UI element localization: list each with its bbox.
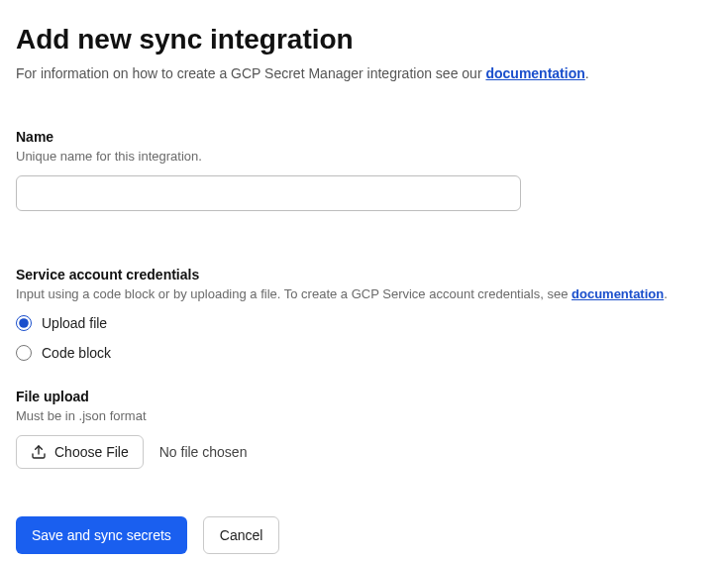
- credentials-radio-group: Upload file Code block: [16, 315, 712, 361]
- file-upload-section: File upload Must be in .json format Choo…: [16, 389, 712, 469]
- choose-file-label: Choose File: [54, 444, 129, 460]
- file-status: No file chosen: [159, 444, 248, 460]
- name-input[interactable]: [16, 175, 521, 211]
- credentials-doc-link[interactable]: documentation: [572, 286, 664, 301]
- radio-upload-file[interactable]: [16, 315, 32, 331]
- credentials-hint-suffix: .: [664, 286, 668, 301]
- subtitle-suffix: .: [585, 65, 589, 81]
- page-title: Add new sync integration: [16, 24, 712, 56]
- page-subtitle: For information on how to create a GCP S…: [16, 65, 712, 81]
- upload-icon: [31, 444, 47, 460]
- file-upload-hint: Must be in .json format: [16, 408, 712, 423]
- choose-file-button[interactable]: Choose File: [16, 435, 144, 469]
- cancel-button[interactable]: Cancel: [203, 516, 280, 554]
- credentials-label: Service account credentials: [16, 267, 712, 282]
- name-section: Name Unique name for this integration.: [16, 129, 712, 243]
- name-label: Name: [16, 129, 712, 145]
- credentials-hint-text: Input using a code block or by uploading…: [16, 286, 572, 301]
- documentation-link[interactable]: documentation: [485, 65, 584, 81]
- file-upload-label: File upload: [16, 389, 712, 404]
- radio-upload-label[interactable]: Upload file: [42, 315, 107, 331]
- subtitle-text: For information on how to create a GCP S…: [16, 65, 485, 81]
- radio-row-upload: Upload file: [16, 315, 712, 331]
- credentials-hint: Input using a code block or by uploading…: [16, 286, 712, 301]
- name-hint: Unique name for this integration.: [16, 149, 712, 164]
- button-row: Save and sync secrets Cancel: [16, 516, 712, 554]
- radio-code-label[interactable]: Code block: [42, 345, 111, 361]
- radio-row-code: Code block: [16, 345, 712, 361]
- save-button[interactable]: Save and sync secrets: [16, 516, 187, 554]
- credentials-section: Service account credentials Input using …: [16, 267, 712, 361]
- file-row: Choose File No file chosen: [16, 435, 712, 469]
- radio-code-block[interactable]: [16, 345, 32, 361]
